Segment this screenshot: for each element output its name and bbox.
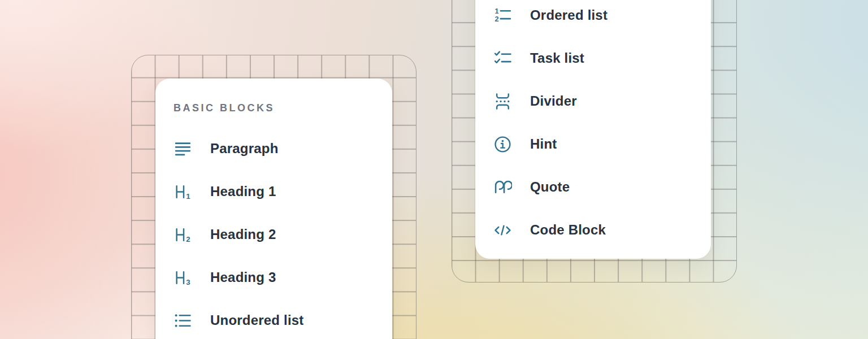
menu-item-label: Unordered list — [210, 312, 304, 328]
menu-item-heading-2[interactable]: 2Heading 2 — [173, 213, 392, 256]
menu-item-label: Code Block — [530, 222, 606, 238]
svg-text:3: 3 — [186, 277, 190, 286]
menu-item-code-block[interactable]: Code Block — [493, 208, 711, 251]
block-picker-illustration: { "palette": { "accent_teal": "#2f718f",… — [0, 0, 868, 339]
basic-blocks-menu: BASIC BLOCKS Paragraph1Heading 12Heading… — [155, 79, 392, 339]
menu-item-label: Heading 3 — [210, 270, 276, 285]
menu-item-label: Ordered list — [530, 7, 607, 23]
menu-item-task-list[interactable]: Task list — [493, 37, 711, 80]
menu-item-paragraph[interactable]: Paragraph — [173, 127, 392, 170]
menu-item-label: Paragraph — [210, 141, 279, 157]
code-block-icon — [493, 221, 512, 240]
menu-item-heading-1[interactable]: 1Heading 1 — [173, 170, 392, 213]
menu-item-label: Task list — [530, 50, 584, 66]
divider-icon — [493, 92, 512, 111]
menu-section-header: BASIC BLOCKS — [173, 103, 392, 112]
blocks-menu-continued: 12Ordered listTask listDividerHintQuoteC… — [475, 0, 711, 259]
svg-text:2: 2 — [186, 234, 190, 243]
paragraph-icon — [173, 140, 192, 158]
svg-text:1: 1 — [495, 6, 499, 15]
ordered-list-icon: 12 — [493, 6, 512, 25]
heading-3-icon: 3 — [173, 268, 192, 287]
quote-icon — [493, 178, 512, 197]
menu-item-label: Heading 2 — [210, 227, 276, 242]
menu-item-label: Heading 1 — [210, 184, 276, 199]
menu-item-unordered-list[interactable]: Unordered list — [173, 299, 392, 339]
blocks-list: 12Ordered listTask listDividerHintQuoteC… — [493, 0, 711, 251]
menu-item-label: Hint — [530, 136, 557, 152]
hint-icon — [493, 135, 512, 154]
menu-item-label: Quote — [530, 179, 570, 195]
menu-item-quote[interactable]: Quote — [493, 166, 711, 208]
menu-item-divider[interactable]: Divider — [493, 80, 711, 123]
svg-text:1: 1 — [186, 192, 190, 200]
menu-item-heading-3[interactable]: 3Heading 3 — [173, 256, 392, 299]
unordered-list-icon — [173, 311, 192, 330]
heading-1-icon: 1 — [173, 182, 192, 201]
menu-item-label: Divider — [530, 93, 577, 109]
basic-blocks-list: Paragraph1Heading 12Heading 23Heading 3U… — [173, 127, 392, 339]
menu-item-hint[interactable]: Hint — [493, 123, 711, 166]
menu-item-ordered-list[interactable]: 12Ordered list — [493, 0, 711, 37]
task-list-icon — [493, 49, 512, 68]
heading-2-icon: 2 — [173, 225, 192, 244]
svg-text:2: 2 — [495, 15, 499, 23]
